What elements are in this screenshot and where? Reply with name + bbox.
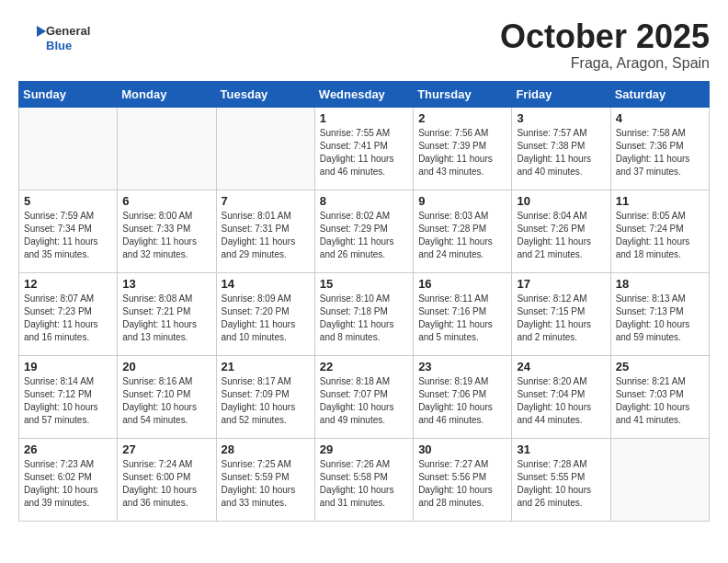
calendar-cell: 25Sunrise: 8:21 AM Sunset: 7:03 PM Dayli…	[610, 355, 709, 438]
day-number: 19	[24, 360, 112, 373]
calendar-cell: 21Sunrise: 8:17 AM Sunset: 7:09 PM Dayli…	[216, 355, 314, 438]
calendar-cell: 8Sunrise: 8:02 AM Sunset: 7:29 PM Daylig…	[314, 190, 413, 272]
day-number: 30	[418, 442, 506, 456]
day-info: Sunrise: 7:57 AM Sunset: 7:38 PM Dayligh…	[517, 127, 605, 178]
day-info: Sunrise: 8:20 AM Sunset: 7:04 PM Dayligh…	[517, 375, 605, 427]
calendar-cell: 30Sunrise: 7:27 AM Sunset: 5:56 PM Dayli…	[414, 438, 512, 521]
weekday-header: Monday	[118, 81, 216, 107]
calendar-cell: 7Sunrise: 8:01 AM Sunset: 7:31 PM Daylig…	[216, 190, 314, 272]
weekday-header: Tuesday	[216, 81, 314, 107]
day-number: 11	[616, 194, 704, 208]
day-info: Sunrise: 8:13 AM Sunset: 7:13 PM Dayligh…	[616, 293, 704, 344]
day-number: 15	[320, 277, 408, 291]
day-number: 29	[320, 442, 408, 456]
calendar-cell: 20Sunrise: 8:16 AM Sunset: 7:10 PM Dayli…	[118, 355, 216, 438]
location-title: Fraga, Aragon, Spain	[500, 55, 710, 72]
day-number: 24	[517, 360, 605, 373]
calendar-cell: 13Sunrise: 8:08 AM Sunset: 7:21 PM Dayli…	[118, 272, 216, 355]
calendar-cell	[118, 107, 216, 190]
calendar-cell: 3Sunrise: 7:57 AM Sunset: 7:38 PM Daylig…	[512, 107, 610, 190]
calendar-cell	[19, 107, 118, 190]
day-info: Sunrise: 8:21 AM Sunset: 7:03 PM Dayligh…	[616, 375, 704, 427]
day-info: Sunrise: 8:05 AM Sunset: 7:24 PM Dayligh…	[616, 210, 704, 261]
calendar-week-row: 12Sunrise: 8:07 AM Sunset: 7:23 PM Dayli…	[19, 272, 710, 355]
calendar-cell: 28Sunrise: 7:25 AM Sunset: 5:59 PM Dayli…	[216, 438, 314, 521]
calendar-week-row: 26Sunrise: 7:23 AM Sunset: 6:02 PM Dayli…	[19, 438, 710, 521]
day-number: 2	[418, 111, 506, 125]
day-number: 31	[517, 442, 605, 456]
weekday-header: Thursday	[414, 81, 512, 107]
day-number: 22	[320, 360, 408, 373]
day-info: Sunrise: 8:08 AM Sunset: 7:21 PM Dayligh…	[122, 293, 210, 344]
weekday-header-row: SundayMondayTuesdayWednesdayThursdayFrid…	[19, 81, 710, 107]
calendar-cell: 9Sunrise: 8:03 AM Sunset: 7:28 PM Daylig…	[414, 190, 512, 272]
calendar-cell: 26Sunrise: 7:23 AM Sunset: 6:02 PM Dayli…	[19, 438, 118, 521]
day-info: Sunrise: 7:56 AM Sunset: 7:39 PM Dayligh…	[418, 127, 506, 178]
day-info: Sunrise: 7:59 AM Sunset: 7:34 PM Dayligh…	[24, 210, 112, 261]
day-info: Sunrise: 8:10 AM Sunset: 7:18 PM Dayligh…	[320, 293, 408, 344]
day-info: Sunrise: 8:19 AM Sunset: 7:06 PM Dayligh…	[418, 375, 506, 427]
day-number: 16	[418, 277, 506, 291]
day-info: Sunrise: 8:00 AM Sunset: 7:33 PM Dayligh…	[122, 210, 210, 261]
day-info: Sunrise: 8:02 AM Sunset: 7:29 PM Dayligh…	[320, 210, 408, 261]
day-info: Sunrise: 8:17 AM Sunset: 7:09 PM Dayligh…	[222, 375, 310, 427]
calendar-cell: 24Sunrise: 8:20 AM Sunset: 7:04 PM Dayli…	[512, 355, 610, 438]
calendar-cell: 1Sunrise: 7:55 AM Sunset: 7:41 PM Daylig…	[314, 107, 413, 190]
calendar-cell: 2Sunrise: 7:56 AM Sunset: 7:39 PM Daylig…	[414, 107, 512, 190]
calendar-cell: 5Sunrise: 7:59 AM Sunset: 7:34 PM Daylig…	[19, 190, 118, 272]
svg-marker-1	[37, 26, 46, 37]
calendar-cell: 22Sunrise: 8:18 AM Sunset: 7:07 PM Dayli…	[314, 355, 413, 438]
calendar-table: SundayMondayTuesdayWednesdayThursdayFrid…	[18, 81, 710, 522]
calendar-week-row: 5Sunrise: 7:59 AM Sunset: 7:34 PM Daylig…	[19, 190, 710, 272]
calendar-cell: 6Sunrise: 8:00 AM Sunset: 7:33 PM Daylig…	[118, 190, 216, 272]
day-number: 6	[122, 194, 210, 208]
day-info: Sunrise: 7:25 AM Sunset: 5:59 PM Dayligh…	[222, 458, 310, 510]
day-number: 21	[222, 360, 310, 373]
day-info: Sunrise: 8:16 AM Sunset: 7:10 PM Dayligh…	[122, 375, 210, 427]
calendar-week-row: 1Sunrise: 7:55 AM Sunset: 7:41 PM Daylig…	[19, 107, 710, 190]
day-number: 17	[517, 277, 605, 291]
weekday-header: Wednesday	[314, 81, 413, 107]
day-number: 23	[418, 360, 506, 373]
day-number: 9	[418, 194, 506, 208]
calendar-cell	[610, 438, 709, 521]
day-number: 27	[122, 442, 210, 456]
calendar-cell: 17Sunrise: 8:12 AM Sunset: 7:15 PM Dayli…	[512, 272, 610, 355]
calendar-cell: 10Sunrise: 8:04 AM Sunset: 7:26 PM Dayli…	[512, 190, 610, 272]
logo-svg: GeneralBlue	[18, 18, 101, 55]
calendar-cell: 4Sunrise: 7:58 AM Sunset: 7:36 PM Daylig…	[610, 107, 709, 190]
calendar-cell: 31Sunrise: 7:28 AM Sunset: 5:55 PM Dayli…	[512, 438, 610, 521]
day-info: Sunrise: 8:04 AM Sunset: 7:26 PM Dayligh…	[517, 210, 605, 261]
day-info: Sunrise: 8:03 AM Sunset: 7:28 PM Dayligh…	[418, 210, 506, 261]
day-number: 25	[616, 360, 704, 373]
day-info: Sunrise: 7:26 AM Sunset: 5:58 PM Dayligh…	[320, 458, 408, 510]
day-info: Sunrise: 8:09 AM Sunset: 7:20 PM Dayligh…	[222, 293, 310, 344]
calendar-cell: 14Sunrise: 8:09 AM Sunset: 7:20 PM Dayli…	[216, 272, 314, 355]
day-number: 1	[320, 111, 408, 125]
day-info: Sunrise: 7:28 AM Sunset: 5:55 PM Dayligh…	[517, 458, 605, 510]
day-info: Sunrise: 7:58 AM Sunset: 7:36 PM Dayligh…	[616, 127, 704, 178]
day-number: 18	[616, 277, 704, 291]
day-info: Sunrise: 7:23 AM Sunset: 6:02 PM Dayligh…	[24, 458, 112, 510]
calendar-cell: 12Sunrise: 8:07 AM Sunset: 7:23 PM Dayli…	[19, 272, 118, 355]
calendar-cell: 19Sunrise: 8:14 AM Sunset: 7:12 PM Dayli…	[19, 355, 118, 438]
weekday-header: Friday	[512, 81, 610, 107]
day-number: 5	[24, 194, 112, 208]
day-number: 20	[122, 360, 210, 373]
day-number: 14	[222, 277, 310, 291]
day-number: 13	[122, 277, 210, 291]
day-number: 10	[517, 194, 605, 208]
title-block: October 2025 Fraga, Aragon, Spain	[500, 18, 710, 72]
day-info: Sunrise: 8:01 AM Sunset: 7:31 PM Dayligh…	[222, 210, 310, 261]
day-number: 7	[222, 194, 310, 208]
calendar-cell: 15Sunrise: 8:10 AM Sunset: 7:18 PM Dayli…	[314, 272, 413, 355]
weekday-header: Sunday	[19, 81, 118, 107]
day-number: 8	[320, 194, 408, 208]
calendar-cell: 27Sunrise: 7:24 AM Sunset: 6:00 PM Dayli…	[118, 438, 216, 521]
day-info: Sunrise: 8:12 AM Sunset: 7:15 PM Dayligh…	[517, 293, 605, 344]
svg-text:Blue: Blue	[46, 39, 72, 52]
svg-text:General: General	[46, 24, 90, 38]
calendar-cell: 29Sunrise: 7:26 AM Sunset: 5:58 PM Dayli…	[314, 438, 413, 521]
calendar-cell: 16Sunrise: 8:11 AM Sunset: 7:16 PM Dayli…	[414, 272, 512, 355]
day-number: 4	[616, 111, 704, 125]
